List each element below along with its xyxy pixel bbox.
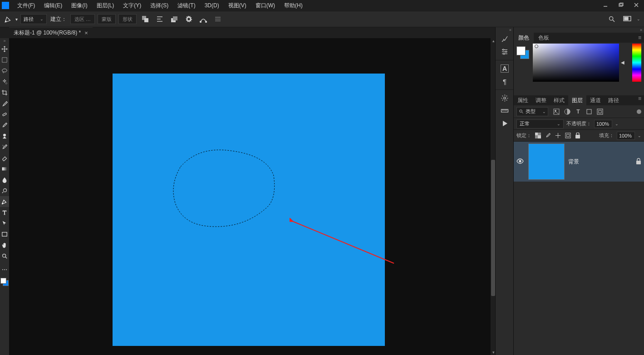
panel-menu-icon[interactable]: ≡ <box>635 95 644 105</box>
window-minimize-button[interactable] <box>598 0 613 10</box>
character-panel-icon[interactable]: A <box>496 62 514 75</box>
filter-type-icon[interactable]: T <box>575 108 582 115</box>
blend-mode-combo[interactable]: 正常 ⌄ <box>516 119 564 128</box>
constrain-icon[interactable] <box>212 14 224 25</box>
measure-panel-icon[interactable] <box>496 104 514 117</box>
window-close-button[interactable] <box>629 0 644 10</box>
document-tab[interactable]: 未标题-1 @ 100%(RGB/8) * × <box>9 27 93 38</box>
menu-view[interactable]: 视图(V) <box>224 0 251 11</box>
heal-tool-icon[interactable] <box>0 109 9 120</box>
canvas[interactable] <box>113 74 385 346</box>
menu-image[interactable]: 图像(I) <box>67 0 92 11</box>
fill-input[interactable]: 100% <box>617 132 635 140</box>
pen-tool-icon[interactable] <box>3 14 14 25</box>
foreground-color-swatch[interactable] <box>0 278 6 284</box>
lock-icon[interactable] <box>636 158 641 166</box>
type-tool-icon[interactable] <box>0 207 9 218</box>
tab-channels[interactable]: 通道 <box>586 95 605 105</box>
opacity-input[interactable]: 100% <box>594 120 612 128</box>
quick-select-tool-icon[interactable] <box>0 76 9 87</box>
screen-mode-icon[interactable] <box>621 14 633 25</box>
eyedropper-tool-icon[interactable] <box>0 98 9 109</box>
close-icon[interactable]: × <box>84 30 88 36</box>
lock-pixels-icon[interactable] <box>534 132 541 139</box>
hue-strip[interactable] <box>632 44 641 82</box>
marquee-tool-icon[interactable] <box>0 54 9 65</box>
move-tool-icon[interactable] <box>0 44 9 54</box>
rectangle-tool-icon[interactable] <box>0 229 9 240</box>
path-align-icon[interactable] <box>154 14 166 25</box>
fg-color-swatch[interactable] <box>516 46 526 55</box>
paragraph-panel-icon[interactable]: ¶ <box>496 75 514 88</box>
layer-name[interactable]: 背景 <box>568 158 579 166</box>
brush-tool-icon[interactable] <box>0 120 9 131</box>
lock-all-icon[interactable] <box>574 132 581 139</box>
adjustments-panel-icon[interactable] <box>496 45 514 58</box>
chevron-down-icon[interactable]: ⌄ <box>638 133 641 138</box>
panel-menu-icon[interactable]: ≡ <box>635 35 644 41</box>
lock-position-icon[interactable] <box>554 132 561 139</box>
dock-collapse-icon[interactable]: « <box>496 27 513 33</box>
panels-collapse-icon[interactable]: » <box>514 27 644 33</box>
zoom-tool-icon[interactable] <box>0 251 9 261</box>
search-icon[interactable] <box>606 14 618 25</box>
layer-kind-combo[interactable]: 类型 ⌄ <box>516 107 548 116</box>
pen-tool-icon[interactable] <box>0 196 9 207</box>
menu-edit[interactable]: 编辑(E) <box>39 0 67 11</box>
menu-filter[interactable]: 滤镜(T) <box>173 0 200 11</box>
gradient-tool-icon[interactable] <box>0 163 9 174</box>
path-ops-combine-icon[interactable] <box>139 14 151 25</box>
menu-select[interactable]: 选择(S) <box>146 0 173 11</box>
dodge-tool-icon[interactable] <box>0 185 9 196</box>
color-field[interactable] <box>533 44 619 82</box>
lock-paint-icon[interactable] <box>544 132 551 139</box>
menu-file[interactable]: 文件(F) <box>13 0 39 11</box>
menu-3d[interactable]: 3D(D) <box>200 0 224 11</box>
make-selection-button[interactable]: 选区 … <box>70 14 95 24</box>
rubber-band-icon[interactable] <box>197 14 209 25</box>
actions-panel-icon[interactable] <box>496 92 514 104</box>
filter-smart-icon[interactable] <box>596 108 604 115</box>
make-shape-button[interactable]: 形状 <box>118 14 137 24</box>
make-mask-button[interactable]: 蒙版 <box>98 14 116 24</box>
tab-properties[interactable]: 属性 <box>514 95 532 105</box>
edit-toolbar-icon[interactable]: ⋯ <box>0 264 9 275</box>
tab-color[interactable]: 颜色 <box>514 33 534 43</box>
layer-row[interactable]: 背景 <box>514 142 644 182</box>
chevron-down-icon[interactable]: ⌄ <box>615 122 619 126</box>
lasso-tool-icon[interactable] <box>0 65 9 76</box>
window-restore-button[interactable] <box>613 0 629 10</box>
gear-icon[interactable] <box>183 14 195 25</box>
color-swatches[interactable] <box>0 278 9 286</box>
color-swatch-pair[interactable] <box>516 46 529 59</box>
filter-toggle[interactable] <box>637 109 641 114</box>
path-arrange-icon[interactable] <box>168 14 180 25</box>
menu-type[interactable]: 文字(Y) <box>118 0 146 11</box>
menu-layer[interactable]: 图层(L) <box>92 0 119 11</box>
visibility-eye-icon[interactable] <box>516 158 525 165</box>
play-panel-icon[interactable] <box>496 117 514 130</box>
blur-tool-icon[interactable] <box>0 174 9 185</box>
hand-tool-icon[interactable] <box>0 240 9 251</box>
tab-styles[interactable]: 样式 <box>550 95 568 105</box>
history-brush-tool-icon[interactable] <box>0 142 9 153</box>
tab-swatches[interactable]: 色板 <box>534 33 554 43</box>
crop-tool-icon[interactable] <box>0 87 9 98</box>
layer-thumbnail[interactable] <box>528 143 565 180</box>
mode-combo[interactable]: 路径 ⌄ <box>20 14 47 24</box>
filter-pixel-icon[interactable] <box>553 108 560 115</box>
tab-layers[interactable]: 图层 <box>568 95 586 105</box>
color-slider-handle-icon[interactable]: ◀ <box>621 60 624 65</box>
history-panel-icon[interactable] <box>496 33 514 45</box>
eraser-tool-icon[interactable] <box>0 153 9 163</box>
toolbox-collapse-icon[interactable]: » <box>0 38 9 44</box>
tool-dropdown-icon[interactable]: ▾ <box>15 17 18 22</box>
filter-adjust-icon[interactable] <box>564 108 571 115</box>
tab-paths[interactable]: 路径 <box>605 95 623 105</box>
menu-help[interactable]: 帮助(H) <box>280 0 307 11</box>
path-select-tool-icon[interactable] <box>0 218 9 229</box>
tab-adjust[interactable]: 调整 <box>532 95 550 105</box>
chevron-down-icon[interactable]: ⌄ <box>637 17 640 21</box>
scroll-thumb[interactable] <box>491 160 495 296</box>
filter-shape-icon[interactable] <box>585 108 593 115</box>
